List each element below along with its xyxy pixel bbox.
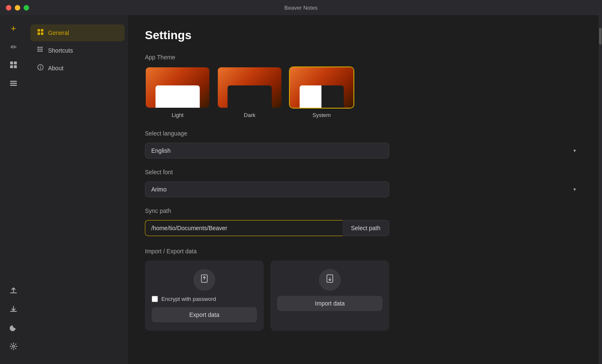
import-icon-circle <box>319 269 341 291</box>
edit-icon: ✏ <box>11 43 17 52</box>
svg-rect-20 <box>41 50 43 52</box>
scrollbar-thumb[interactable] <box>599 28 602 45</box>
font-label: Select font <box>145 169 582 175</box>
svg-rect-16 <box>40 49 41 50</box>
svg-rect-1 <box>14 61 17 64</box>
moon-button[interactable] <box>5 320 22 337</box>
language-label: Select language <box>145 130 582 137</box>
page-title: Settings <box>145 29 582 42</box>
svg-rect-17 <box>41 49 43 50</box>
select-path-button[interactable]: Select path <box>342 220 389 236</box>
svg-rect-0 <box>10 61 13 64</box>
export-data-button[interactable]: Export data <box>152 307 257 322</box>
sidebar-item-about[interactable]: About <box>30 60 125 77</box>
export-card: Encrypt with password Export data <box>145 260 264 331</box>
download-icon <box>9 305 18 316</box>
dark-preview <box>217 66 282 109</box>
svg-point-7 <box>13 345 15 347</box>
titlebar: Beaver Notes <box>0 0 602 15</box>
svg-rect-19 <box>40 50 41 52</box>
font-select[interactable]: Arimo Roboto Open Sans Lato <box>145 181 389 197</box>
language-chevron-icon: ▾ <box>573 148 576 154</box>
sidebar-item-shortcuts[interactable]: Shortcuts <box>30 42 125 59</box>
light-preview <box>145 66 210 109</box>
import-button[interactable] <box>5 302 22 319</box>
encrypt-label: Encrypt with password <box>161 296 216 302</box>
svg-rect-11 <box>41 32 43 35</box>
system-right <box>322 85 344 108</box>
sync-path-label: Sync path <box>145 207 582 214</box>
dark-bg <box>218 67 281 108</box>
close-button[interactable] <box>6 5 11 11</box>
dark-overlay <box>227 85 272 108</box>
font-select-wrap: Arimo Roboto Open Sans Lato ▾ <box>145 181 582 197</box>
theme-cards: Light Dark <box>145 66 582 118</box>
export-up-icon <box>199 274 209 286</box>
general-label: General <box>48 29 69 36</box>
encrypt-checkbox[interactable] <box>152 296 158 302</box>
shortcuts-label: Shortcuts <box>48 47 73 54</box>
svg-point-22 <box>40 66 41 66</box>
language-select-wrap: English French Spanish German Italian ▾ <box>145 143 582 159</box>
import-export-label: Import / Export data <box>145 248 582 255</box>
system-label: System <box>313 112 331 118</box>
svg-rect-3 <box>14 65 17 68</box>
system-left <box>300 85 322 108</box>
sidebar-item-general[interactable]: General <box>30 24 125 41</box>
plus-icon: + <box>11 23 16 34</box>
icon-bottom <box>5 283 22 359</box>
font-chevron-icon: ▾ <box>573 186 576 192</box>
svg-rect-13 <box>40 47 41 48</box>
theme-card-light[interactable]: Light <box>145 66 210 118</box>
light-label: Light <box>171 112 183 118</box>
app-title: Beaver Notes <box>284 5 318 11</box>
edit-button[interactable]: ✏ <box>5 39 22 56</box>
moon-icon <box>9 324 18 334</box>
system-preview <box>289 66 354 109</box>
svg-rect-5 <box>10 82 17 84</box>
light-bg <box>146 67 209 108</box>
svg-rect-14 <box>41 47 43 48</box>
svg-rect-8 <box>37 29 40 32</box>
about-icon <box>37 64 44 72</box>
light-overlay <box>155 85 200 108</box>
main-content: Settings App Theme Light D <box>128 15 599 364</box>
svg-rect-9 <box>41 29 43 32</box>
minimize-button[interactable] <box>15 5 20 11</box>
settings-button[interactable] <box>5 339 22 356</box>
about-label: About <box>48 65 64 72</box>
add-note-button[interactable]: + <box>5 20 22 37</box>
nav-sidebar: General Shortcuts <box>27 15 128 364</box>
theme-card-dark[interactable]: Dark <box>217 66 282 118</box>
list-icon <box>9 79 18 90</box>
system-bg <box>290 67 353 108</box>
svg-rect-6 <box>10 85 17 86</box>
svg-rect-10 <box>37 32 40 35</box>
upload-icon <box>9 287 18 297</box>
language-select[interactable]: English French Spanish German Italian <box>145 143 389 159</box>
layout-button[interactable] <box>5 57 22 74</box>
sync-path-row: Select path <box>145 220 389 236</box>
icon-sidebar: + ✏ <box>0 15 27 364</box>
svg-rect-18 <box>37 50 39 52</box>
svg-rect-15 <box>37 49 39 50</box>
dark-label: Dark <box>244 112 255 118</box>
export-icon-circle <box>193 269 215 291</box>
maximize-button[interactable] <box>24 5 29 11</box>
general-icon <box>37 29 44 37</box>
scrollbar[interactable] <box>599 15 602 364</box>
system-overlay <box>300 85 344 108</box>
export-button[interactable] <box>5 283 22 300</box>
svg-rect-12 <box>37 47 39 48</box>
layout-icon <box>9 61 18 71</box>
theme-card-system[interactable]: System <box>289 66 354 118</box>
shortcuts-icon <box>37 46 44 55</box>
list-button[interactable] <box>5 76 22 93</box>
gear-icon <box>9 342 18 353</box>
window-controls[interactable] <box>6 5 29 11</box>
import-down-icon <box>325 274 335 286</box>
app-body: + ✏ <box>0 15 602 364</box>
import-export-row: Encrypt with password Export data Import… <box>145 260 389 331</box>
sync-path-input[interactable] <box>145 220 342 236</box>
import-data-button[interactable]: Import data <box>277 296 383 311</box>
